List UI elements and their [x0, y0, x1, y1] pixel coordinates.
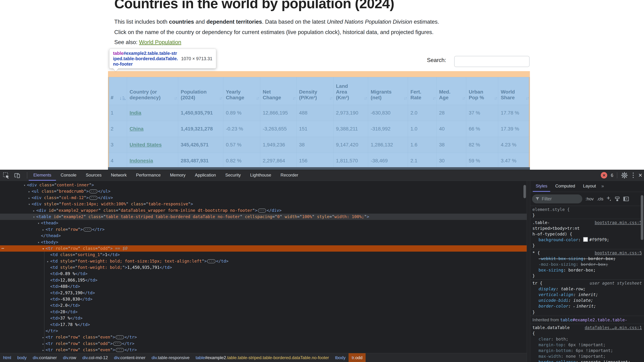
country-link[interactable]: China	[130, 126, 144, 132]
expand-arrow-icon[interactable]: ▸	[41, 341, 46, 347]
collapse-arrow-icon[interactable]: ▾	[36, 220, 41, 226]
stylesheet-link[interactable]: dataTables.…p.min.css:1	[585, 325, 642, 331]
column-header[interactable]: #↓	[108, 77, 127, 105]
country-link[interactable]: United States	[130, 142, 162, 147]
expand-arrow-icon[interactable]: ▸	[41, 227, 46, 233]
inherited-node-link[interactable]: table	[560, 318, 572, 322]
css-property[interactable]: vertical-align: inherit;	[532, 292, 642, 298]
dom-line[interactable]: <td style="font-weight: bold;">1,450,935…	[0, 264, 527, 271]
dom-line[interactable]: <td>0.89 %</td>	[0, 271, 527, 277]
expand-arrow-icon[interactable]: ▸	[46, 258, 50, 265]
css-selector[interactable]: * {	[532, 251, 540, 255]
dom-line[interactable]: ▸<tr role="row" class="odd">···</tr>	[0, 341, 527, 347]
world-population-link[interactable]: World Population	[139, 39, 181, 45]
collapse-arrow-icon[interactable]: ▾	[32, 214, 36, 220]
styles-pane-tab-styles[interactable]: Styles	[532, 181, 551, 192]
dom-line[interactable]: ▾<table id="example2" class="table table…	[0, 214, 527, 220]
collapse-arrow-icon[interactable]: ▾	[27, 201, 32, 207]
dom-line[interactable]: ▸<tr role="row">···</tr>	[0, 226, 527, 233]
inline-ellipsis-button[interactable]: ···	[258, 209, 266, 213]
close-devtools-icon[interactable]: ×	[638, 172, 642, 178]
css-selector[interactable]: table.dataTable	[532, 325, 570, 330]
devtools-tab-recorder[interactable]: Recorder	[276, 170, 303, 181]
column-header[interactable]: World Share↓↑	[498, 77, 530, 105]
css-property[interactable]: margin-bottom: 6px !important;	[532, 348, 642, 354]
column-header[interactable]: Migrants (net)↓↑	[368, 77, 408, 105]
dom-line[interactable]: ▸<td style="font-weight: bold; font-size…	[0, 258, 527, 264]
dom-line[interactable]: ▾<div style="font-size:14px; width:100%"…	[0, 201, 527, 207]
expand-arrow-icon[interactable]: ▸	[41, 334, 46, 341]
inline-ellipsis-button[interactable]: ···	[207, 259, 216, 263]
css-property[interactable]: margin-top: 6px !important;	[532, 342, 642, 348]
column-header[interactable]: Med. Age↓↑	[436, 77, 466, 105]
sidebar-panel-icon[interactable]	[623, 196, 629, 202]
rendering-brush-icon[interactable]	[614, 196, 620, 202]
column-header[interactable]: Density (P/Km²)↓↑	[296, 77, 334, 105]
collapse-arrow-icon[interactable]: ▾	[22, 182, 27, 188]
breadcrumb-item[interactable]: div.table-responsive	[148, 353, 193, 362]
css-property[interactable]: unicode-bidi: isolate;	[532, 298, 642, 303]
styles-pane-tab-layout[interactable]: Layout	[579, 181, 600, 192]
column-header[interactable]: Urban Pop %↓↑	[466, 77, 498, 105]
devtools-tab-sources[interactable]: Sources	[81, 170, 106, 181]
devtools-tab-memory[interactable]: Memory	[166, 170, 190, 181]
css-property[interactable]: display: table-row;	[532, 286, 642, 292]
dom-line[interactable]: ▸<div id="example2_wrapper" class="dataT…	[0, 207, 527, 214]
css-selector[interactable]: h-of-type(odd) {	[532, 232, 572, 236]
column-header[interactable]: Fert. Rate↓↑	[408, 77, 436, 105]
devtools-tab-console[interactable]: Console	[56, 170, 81, 181]
collapse-arrow-icon[interactable]: ▾	[41, 246, 46, 252]
inline-ellipsis-button[interactable]: ···	[89, 189, 98, 193]
country-link[interactable]: Indonesia	[130, 158, 153, 163]
dom-line[interactable]: ▾<tbody>	[0, 239, 527, 245]
panel-resizer[interactable]	[527, 181, 530, 362]
column-header[interactable]: Yearly Change↓↑	[223, 77, 260, 105]
country-link[interactable]: India	[130, 110, 141, 116]
settings-gear-icon[interactable]	[621, 172, 628, 179]
inline-ellipsis-button[interactable]: ···	[84, 228, 92, 232]
css-property[interactable]: clear: both;	[532, 336, 642, 342]
toggle-cls-button[interactable]: .cls	[597, 196, 603, 201]
column-header[interactable]: Population (2024)↓↑	[178, 77, 223, 105]
css-property[interactable]: max-width: none !important;	[532, 354, 642, 359]
tree-scrollbar[interactable]	[524, 182, 526, 351]
dom-line[interactable]: <td>2,973,190</td>	[0, 290, 527, 296]
toggle-hov-button[interactable]: :hov	[586, 196, 594, 201]
dom-line[interactable]: <td>12,866,195</td>	[0, 277, 527, 283]
more-options-icon[interactable]	[632, 173, 635, 178]
breadcrumb-item[interactable]: body	[14, 353, 30, 362]
inspect-element-icon[interactable]	[3, 172, 10, 179]
device-toolbar-icon[interactable]	[14, 172, 21, 179]
breadcrumb-item[interactable]: table#example2.table.table-striped.table…	[193, 353, 332, 362]
dom-line[interactable]: ▾<div class="content-inner">	[0, 182, 527, 188]
dom-line[interactable]: <td>-630,830</td>	[0, 296, 527, 302]
dom-line[interactable]: <td>488</td>	[0, 283, 527, 290]
breadcrumb-item[interactable]: html	[0, 353, 14, 362]
breadcrumb-item[interactable]: div.container	[30, 353, 60, 362]
expand-arrow-icon[interactable]: ▸	[27, 188, 32, 195]
dom-line[interactable]: ▾<thead>	[0, 220, 527, 226]
expand-arrow-icon[interactable]: ▸	[27, 195, 32, 201]
css-property[interactable]: box-sizing: border-box;	[532, 267, 642, 273]
breadcrumb-item[interactable]: div.col-md-12	[79, 353, 111, 362]
column-header[interactable]: Country (or dependency)↓↑	[127, 77, 178, 105]
more-panels-icon[interactable]: »	[600, 181, 605, 192]
css-property[interactable]: background-color: #f9f9f9;	[532, 237, 642, 243]
stylesheet-link[interactable]: bootstrap.min.css:5	[595, 220, 642, 225]
dom-line[interactable]: ▸<div class="col-md-12">···</div>	[0, 195, 527, 201]
css-property[interactable]: border-collapse: separate !important;	[532, 359, 642, 362]
filter-input[interactable]: Filter	[532, 194, 582, 203]
css-selector[interactable]: .table-	[532, 220, 550, 225]
breadcrumb-item[interactable]: tr.odd	[348, 353, 366, 362]
styles-pane-tab-computed[interactable]: Computed	[551, 181, 579, 192]
devtools-tab-security[interactable]: Security	[221, 170, 246, 181]
dom-line[interactable]: <td>28</td>	[0, 309, 527, 315]
dom-line[interactable]: ▸<tr role="row" class="even">···</tr>	[0, 347, 527, 353]
color-swatch[interactable]	[583, 237, 588, 242]
dom-line[interactable]: <td class="sorting_1">1</td>	[0, 252, 527, 258]
dom-line[interactable]: ⋯▾<tr role="row" class="odd"> == $0	[0, 245, 527, 252]
dom-line[interactable]: <td>2.0</td>	[0, 302, 527, 309]
search-input[interactable]	[454, 56, 530, 67]
css-property[interactable]: border-color: ▸inherit;	[532, 303, 642, 309]
dom-line[interactable]: ▸<ul class="breadcrumb">···</ul>	[0, 188, 527, 194]
